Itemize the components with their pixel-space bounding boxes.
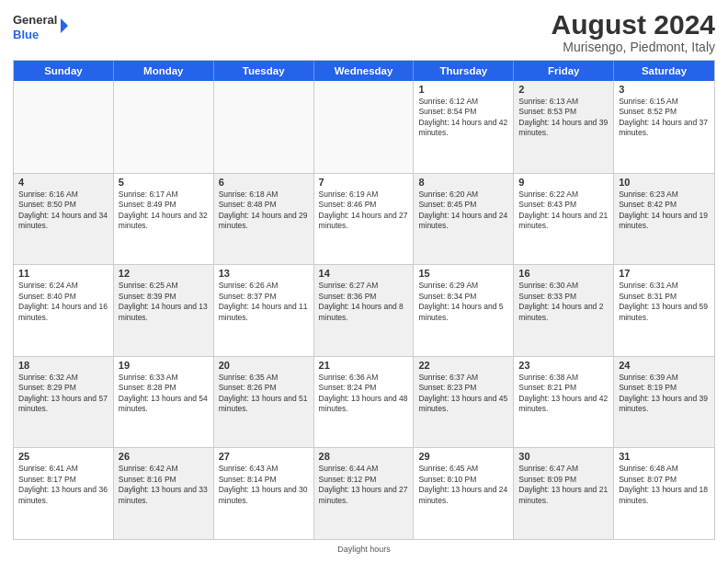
calendar-cell: 6Sunrise: 6:18 AM Sunset: 8:48 PM Daylig… <box>214 174 314 265</box>
calendar-cell: 29Sunrise: 6:45 AM Sunset: 8:10 PM Dayli… <box>414 448 514 539</box>
calendar-cell: 24Sunrise: 6:39 AM Sunset: 8:19 PM Dayli… <box>614 357 714 448</box>
calendar-header-cell: Wednesday <box>314 61 415 81</box>
calendar-cell <box>114 81 214 173</box>
cell-text: Sunrise: 6:20 AM Sunset: 8:45 PM Dayligh… <box>418 190 508 232</box>
calendar-cell: 22Sunrise: 6:37 AM Sunset: 8:23 PM Dayli… <box>414 357 514 448</box>
cell-text: Sunrise: 6:15 AM Sunset: 8:52 PM Dayligh… <box>619 97 710 139</box>
cell-text: Sunrise: 6:18 AM Sunset: 8:48 PM Dayligh… <box>219 190 309 232</box>
calendar-cell: 11Sunrise: 6:24 AM Sunset: 8:40 PM Dayli… <box>14 265 114 356</box>
cell-text: Sunrise: 6:42 AM Sunset: 8:16 PM Dayligh… <box>119 464 209 506</box>
day-number: 28 <box>319 451 409 462</box>
day-number: 30 <box>518 451 609 462</box>
cell-text: Sunrise: 6:16 AM Sunset: 8:50 PM Dayligh… <box>18 190 108 232</box>
day-number: 20 <box>219 360 309 371</box>
cell-text: Sunrise: 6:23 AM Sunset: 8:42 PM Dayligh… <box>619 190 710 232</box>
cell-text: Sunrise: 6:37 AM Sunset: 8:23 PM Dayligh… <box>418 373 508 415</box>
day-number: 1 <box>418 84 508 95</box>
cell-text: Sunrise: 6:35 AM Sunset: 8:26 PM Dayligh… <box>219 373 309 415</box>
svg-marker-2 <box>61 18 68 33</box>
day-number: 3 <box>619 84 710 95</box>
day-number: 27 <box>219 451 309 462</box>
calendar-header-cell: Tuesday <box>214 61 314 81</box>
cell-text: Sunrise: 6:31 AM Sunset: 8:31 PM Dayligh… <box>619 281 710 323</box>
calendar-cell: 10Sunrise: 6:23 AM Sunset: 8:42 PM Dayli… <box>614 174 714 265</box>
day-number: 18 <box>18 360 108 371</box>
calendar-row: 25Sunrise: 6:41 AM Sunset: 8:17 PM Dayli… <box>14 447 714 539</box>
calendar-cell: 12Sunrise: 6:25 AM Sunset: 8:39 PM Dayli… <box>114 265 214 356</box>
calendar-cell: 27Sunrise: 6:43 AM Sunset: 8:14 PM Dayli… <box>214 448 314 539</box>
calendar-cell: 7Sunrise: 6:19 AM Sunset: 8:46 PM Daylig… <box>314 174 415 265</box>
day-number: 2 <box>518 84 609 95</box>
calendar-cell: 13Sunrise: 6:26 AM Sunset: 8:37 PM Dayli… <box>214 265 314 356</box>
cell-text: Sunrise: 6:36 AM Sunset: 8:24 PM Dayligh… <box>319 373 409 415</box>
calendar-cell: 8Sunrise: 6:20 AM Sunset: 8:45 PM Daylig… <box>414 174 514 265</box>
logo: General Blue <box>13 9 68 46</box>
cell-text: Sunrise: 6:44 AM Sunset: 8:12 PM Dayligh… <box>319 464 409 506</box>
footer-text: Daylight hours <box>337 545 391 554</box>
cell-text: Sunrise: 6:26 AM Sunset: 8:37 PM Dayligh… <box>219 281 309 323</box>
calendar-cell: 1Sunrise: 6:12 AM Sunset: 8:54 PM Daylig… <box>414 81 514 173</box>
cell-text: Sunrise: 6:19 AM Sunset: 8:46 PM Dayligh… <box>319 190 409 232</box>
calendar-header: SundayMondayTuesdayWednesdayThursdayFrid… <box>14 61 714 81</box>
cell-text: Sunrise: 6:48 AM Sunset: 8:07 PM Dayligh… <box>619 464 710 506</box>
calendar-header-cell: Monday <box>114 61 214 81</box>
calendar-cell: 4Sunrise: 6:16 AM Sunset: 8:50 PM Daylig… <box>14 174 114 265</box>
calendar-cell: 28Sunrise: 6:44 AM Sunset: 8:12 PM Dayli… <box>314 448 415 539</box>
calendar-cell: 25Sunrise: 6:41 AM Sunset: 8:17 PM Dayli… <box>14 448 114 539</box>
header: General Blue August 2024 Murisengo, Pied… <box>13 9 715 54</box>
calendar-cell: 17Sunrise: 6:31 AM Sunset: 8:31 PM Dayli… <box>614 265 714 356</box>
calendar-cell: 31Sunrise: 6:48 AM Sunset: 8:07 PM Dayli… <box>614 448 714 539</box>
cell-text: Sunrise: 6:43 AM Sunset: 8:14 PM Dayligh… <box>219 464 309 506</box>
title-block: August 2024 Murisengo, Piedmont, Italy <box>552 9 715 54</box>
cell-text: Sunrise: 6:47 AM Sunset: 8:09 PM Dayligh… <box>518 464 609 506</box>
day-number: 7 <box>319 177 409 188</box>
day-number: 14 <box>319 268 409 279</box>
cell-text: Sunrise: 6:39 AM Sunset: 8:19 PM Dayligh… <box>619 373 710 415</box>
calendar-header-cell: Friday <box>514 61 614 81</box>
calendar-cell: 2Sunrise: 6:13 AM Sunset: 8:53 PM Daylig… <box>514 81 614 173</box>
cell-text: Sunrise: 6:12 AM Sunset: 8:54 PM Dayligh… <box>418 97 508 139</box>
day-number: 11 <box>18 268 108 279</box>
calendar-cell: 14Sunrise: 6:27 AM Sunset: 8:36 PM Dayli… <box>314 265 415 356</box>
calendar-header-cell: Sunday <box>14 61 114 81</box>
day-number: 29 <box>418 451 508 462</box>
day-number: 16 <box>518 268 609 279</box>
calendar-row: 11Sunrise: 6:24 AM Sunset: 8:40 PM Dayli… <box>14 264 714 356</box>
calendar-row: 1Sunrise: 6:12 AM Sunset: 8:54 PM Daylig… <box>14 81 714 173</box>
subtitle: Murisengo, Piedmont, Italy <box>552 40 715 54</box>
calendar-cell: 9Sunrise: 6:22 AM Sunset: 8:43 PM Daylig… <box>514 174 614 265</box>
day-number: 4 <box>18 177 108 188</box>
cell-text: Sunrise: 6:30 AM Sunset: 8:33 PM Dayligh… <box>518 281 609 323</box>
day-number: 5 <box>119 177 209 188</box>
calendar-cell: 21Sunrise: 6:36 AM Sunset: 8:24 PM Dayli… <box>314 357 415 448</box>
logo-svg: General Blue <box>13 9 68 46</box>
svg-text:General: General <box>13 13 57 27</box>
calendar-header-cell: Saturday <box>614 61 714 81</box>
calendar-cell: 23Sunrise: 6:38 AM Sunset: 8:21 PM Dayli… <box>514 357 614 448</box>
day-number: 23 <box>518 360 609 371</box>
day-number: 21 <box>319 360 409 371</box>
day-number: 24 <box>619 360 710 371</box>
calendar-cell: 26Sunrise: 6:42 AM Sunset: 8:16 PM Dayli… <box>114 448 214 539</box>
main-title: August 2024 <box>552 9 715 40</box>
page: General Blue August 2024 Murisengo, Pied… <box>0 0 728 563</box>
svg-text:Blue: Blue <box>13 28 39 41</box>
footer: Daylight hours <box>13 545 715 554</box>
cell-text: Sunrise: 6:29 AM Sunset: 8:34 PM Dayligh… <box>418 281 508 323</box>
calendar-row: 18Sunrise: 6:32 AM Sunset: 8:29 PM Dayli… <box>14 356 714 448</box>
cell-text: Sunrise: 6:24 AM Sunset: 8:40 PM Dayligh… <box>18 281 108 323</box>
day-number: 22 <box>418 360 508 371</box>
calendar-cell: 5Sunrise: 6:17 AM Sunset: 8:49 PM Daylig… <box>114 174 214 265</box>
cell-text: Sunrise: 6:13 AM Sunset: 8:53 PM Dayligh… <box>518 97 609 139</box>
day-number: 31 <box>619 451 710 462</box>
cell-text: Sunrise: 6:22 AM Sunset: 8:43 PM Dayligh… <box>518 190 609 232</box>
calendar-cell: 19Sunrise: 6:33 AM Sunset: 8:28 PM Dayli… <box>114 357 214 448</box>
calendar-cell: 16Sunrise: 6:30 AM Sunset: 8:33 PM Dayli… <box>514 265 614 356</box>
day-number: 10 <box>619 177 710 188</box>
day-number: 26 <box>119 451 209 462</box>
cell-text: Sunrise: 6:45 AM Sunset: 8:10 PM Dayligh… <box>418 464 508 506</box>
calendar-cell: 18Sunrise: 6:32 AM Sunset: 8:29 PM Dayli… <box>14 357 114 448</box>
calendar-cell: 3Sunrise: 6:15 AM Sunset: 8:52 PM Daylig… <box>614 81 714 173</box>
cell-text: Sunrise: 6:32 AM Sunset: 8:29 PM Dayligh… <box>18 373 108 415</box>
cell-text: Sunrise: 6:33 AM Sunset: 8:28 PM Dayligh… <box>119 373 209 415</box>
